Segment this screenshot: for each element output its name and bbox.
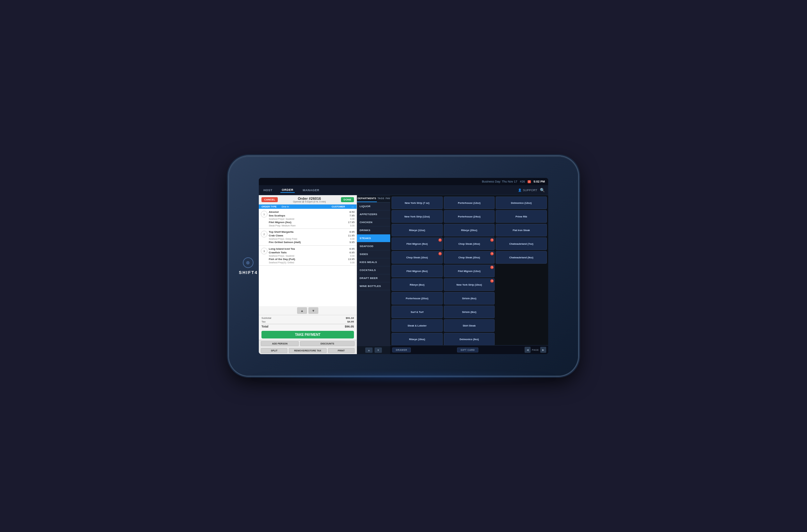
menu-item-ribeye-12oz[interactable]: Ribeye (12oz) (392, 224, 443, 236)
tab-order[interactable]: ORDER (280, 188, 295, 193)
seat-number-3: 3 (261, 248, 267, 254)
badge-filet-12oz: 1 (490, 266, 494, 269)
order-item[interactable]: Absolut 8.50 (269, 210, 355, 214)
drawer-button[interactable]: DRAWER (392, 347, 411, 353)
order-number-status: #26 (520, 180, 525, 183)
top-nav: HOST ORDER MANAGER 👤 SUPPORT 🔍 (259, 185, 548, 195)
menu-item-porterhouse-20oz[interactable]: Porterhouse (20oz) (392, 292, 443, 305)
menu-item-chop-16oz[interactable]: Chop Steak (16oz) 1 (444, 238, 495, 250)
menu-item-sirloin-8oz[interactable]: Sirloin (8oz) (444, 306, 495, 318)
dept-item-chicken[interactable]: CHICKEN (357, 218, 390, 226)
menu-item-chop-10oz[interactable]: Chop Steak (10oz) 1 (392, 251, 443, 264)
dept-tabs: DEPARTMENTS TAGS FAVORITES (357, 195, 390, 203)
order-title: Order #26016 (293, 196, 326, 201)
menu-item-prime-rib[interactable]: Prime Rib (496, 210, 547, 223)
menu-item-filet-6oz[interactable]: Filet Mignon (6oz) (392, 265, 443, 277)
menu-item-surf-turf[interactable]: Surf & Turf (392, 306, 443, 318)
order-item[interactable]: Crab Claws 11.95 (269, 234, 355, 238)
dept-item-draft-beer[interactable]: DRAFT BEER (357, 274, 390, 282)
tab-host[interactable]: HOST (262, 188, 274, 192)
seat-items-2: Top Shelf Margarita 6.95 Crab Claws 11.9… (269, 230, 355, 244)
order-item-modifier: Seafood Prep2: Sauteed 0.00 (269, 217, 355, 221)
shift4-icon: ⊗ (243, 258, 254, 268)
take-payment-button[interactable]: TAKE PAYMENT (261, 331, 354, 339)
dept-scroll-arrows: ▲ ▼ (357, 346, 390, 354)
tab-tags[interactable]: TAGS (377, 195, 385, 202)
order-item[interactable]: Crawfish Tails 6.95 (269, 251, 355, 254)
done-button[interactable]: DONE (341, 197, 354, 202)
page-prev-button[interactable]: ◀ (525, 347, 530, 353)
discounts-button[interactable]: DISCOUNTS (300, 341, 355, 346)
menu-item-chop-20oz[interactable]: Chop Steak (20oz) 1 (444, 251, 495, 264)
order-item-modifier: Steak Prep: Medium Rare 0.00 (269, 224, 355, 227)
print-button[interactable]: PRINT (328, 348, 355, 353)
search-icon[interactable]: 🔍 (540, 188, 545, 192)
menu-item-flat-iron[interactable]: Flat Iron Steak (496, 224, 547, 236)
menu-item-empty-2 (496, 278, 547, 291)
order-item-modifier: Seafood Prep1: Sauteed 0.00 (269, 254, 355, 258)
menu-bottom: DRAWER GIFT CARD ◀ PAGE ▶ (390, 345, 548, 354)
cancel-button[interactable]: CANCEL (261, 197, 278, 202)
menu-item-empty-4 (496, 306, 547, 318)
dept-scroll-down[interactable]: ▼ (375, 347, 382, 353)
menu-item-porterhouse-12oz[interactable]: Porterhouse (12oz) (444, 196, 495, 209)
tax-value: $4.95 (347, 320, 354, 323)
dept-scroll-up[interactable]: ▲ (365, 347, 373, 353)
remove-restore-tax-button[interactable]: REMOVE/RESTORE TAX (289, 348, 326, 353)
menu-item-delmonico-12oz[interactable]: Delmonico (12oz) (496, 196, 547, 209)
dept-item-sides[interactable]: SIDES (357, 250, 390, 258)
menu-item-sirloin-6oz[interactable]: Sirloin (6oz) (444, 292, 495, 305)
bottom-actions: ADD PERSON DISCOUNTS (259, 340, 357, 347)
order-item[interactable]: Sea Scallops 7.95 (269, 214, 355, 217)
menu-item-nys-10oz[interactable]: New York Strip (10oz) 1 (444, 278, 495, 291)
menu-item-ribeye-20oz[interactable]: Ribeye (20oz) (444, 224, 495, 236)
device-body: ⊗ SHIFT4 Business Day: Thu Nov 17 #26 !!… (229, 156, 578, 376)
menu-item-skirt-steak[interactable]: Skirt Steak (444, 319, 495, 332)
status-bar: Business Day: Thu Nov 17 #26 !! 5:02 PM (259, 178, 548, 185)
dept-item-appetizers[interactable]: APPETIZERS (357, 210, 390, 218)
menu-item-filet-12oz[interactable]: Filet Mignon (12oz) 1 (444, 265, 495, 277)
order-item[interactable]: Fire Grilled Salmon (Half) 9.95 (269, 241, 355, 244)
menu-item-chateaubriand-9oz[interactable]: Chateaubriand (9oz) (496, 251, 547, 264)
tab-departments[interactable]: DEPARTMENTS (357, 195, 377, 202)
split-button[interactable]: SPLIT (261, 348, 287, 353)
customer-dots: --- (352, 206, 354, 208)
dept-item-drinks[interactable]: DRINKS (357, 226, 390, 234)
menu-item-nys-12oz[interactable]: New York Strip (12oz) (392, 210, 443, 223)
tab-manager[interactable]: MANAGER (301, 188, 321, 192)
order-item[interactable]: Fish of the Day (Full) 13.95 (269, 258, 355, 261)
menu-item-porterhouse-24oz[interactable]: Porterhouse (24oz) (444, 210, 495, 223)
support-button[interactable]: 👤 SUPPORT (518, 189, 537, 192)
order-panel: CANCEL Order #26016 Opened @ 5:02pm (0 h… (259, 195, 357, 354)
subtotal-value: $91.10 (346, 317, 354, 320)
gift-card-button[interactable]: GIFT CARD (457, 347, 479, 353)
order-item[interactable]: Filet Mignon (9oz) 17.95 (269, 221, 355, 224)
order-item-modifier: Seafood Prep1: Deep Fried 0.00 (269, 238, 355, 241)
menu-item-ribeye-16oz[interactable]: Ribeye (16oz) (392, 333, 443, 345)
scroll-down-button[interactable]: ▼ (308, 307, 318, 314)
scroll-up-button[interactable]: ▲ (297, 307, 307, 314)
dept-item-wine-bottles[interactable]: WINE BOTTLES (357, 282, 390, 290)
totals-area: Subtotal $91.10 Tax $4.95 Total $96.05 (259, 315, 357, 329)
order-type-value: Dine In (282, 206, 289, 208)
business-day: Business Day: Thu Nov 17 (482, 180, 517, 183)
menu-item-ribeye-8oz[interactable]: Ribeye (8oz) (392, 278, 443, 291)
page-next-button[interactable]: ▶ (540, 347, 546, 353)
add-person-button[interactable]: ADD PERSON (261, 341, 299, 346)
menu-item-steak-lobster[interactable]: Steak & Lobster (392, 319, 443, 332)
order-items[interactable]: 1 Absolut 8.50 Sea Scallops 7.95 (259, 209, 357, 306)
menu-item-filet-9oz[interactable]: Filet Mignon (9oz) 1 (392, 238, 443, 250)
dept-item-liquor[interactable]: LIQUOR (357, 203, 390, 210)
order-item[interactable]: Long Island Iced Tea 6.95 (269, 247, 355, 251)
menu-item-empty-6 (496, 333, 547, 345)
menu-item-nys-7oz[interactable]: New York Strip (7 oz) (392, 196, 443, 209)
menu-item-chateaubriand-7oz[interactable]: Chateaubriand (7oz) (496, 238, 547, 250)
order-item[interactable]: Top Shelf Margarita 6.95 (269, 230, 355, 234)
dept-item-steaks[interactable]: STEAKS (357, 234, 390, 242)
seat-row-3: 3 Long Island Iced Tea 6.95 Crawfish Tai… (259, 246, 357, 265)
dept-item-cocktails[interactable]: COCKTAILS (357, 266, 390, 274)
dept-item-kids-meals[interactable]: KIDS MEALS (357, 258, 390, 266)
dept-item-seafood[interactable]: SEAFOOD (357, 242, 390, 250)
time-display: 5:02 PM (533, 180, 545, 183)
menu-item-delmonico-9oz[interactable]: Delmonico (9oz) (444, 333, 495, 345)
